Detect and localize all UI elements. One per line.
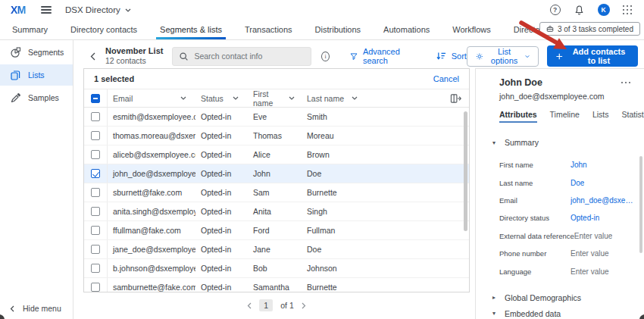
back-button[interactable] [90, 52, 95, 61]
column-settings-icon[interactable] [450, 93, 461, 104]
hide-menu-button[interactable]: Hide menu [10, 304, 61, 313]
tab-transactions[interactable]: Transactions [244, 20, 293, 39]
help-icon[interactable] [550, 5, 561, 15]
list-title-block: November List 12 contacts [105, 46, 163, 67]
cell-email: b.johnson@dsxemployee.... [108, 259, 195, 277]
table-scrollbar[interactable] [464, 111, 467, 231]
advanced-search-button[interactable]: Advanced search [350, 47, 413, 65]
directory-switcher[interactable]: DSX Directory [65, 5, 131, 14]
row-checkbox[interactable] [91, 283, 100, 292]
tab-segments-lists[interactable]: Segments & lists [159, 20, 223, 39]
table-row[interactable]: jane_doe@dsxemployee.... Opted-in Jane D… [84, 240, 469, 259]
attribute-value[interactable]: Opted-in [571, 214, 599, 222]
column-header-status[interactable]: Status [195, 89, 248, 107]
attribute-value[interactable]: John [571, 161, 587, 169]
app-switcher-icon[interactable] [623, 5, 633, 15]
tab-statistics[interactable]: Statistics [621, 110, 644, 123]
more-options-icon[interactable] [621, 80, 631, 86]
cell-first-name: Jane [248, 240, 302, 258]
row-checkbox[interactable] [91, 207, 100, 216]
hamburger-menu-icon[interactable] [41, 6, 52, 14]
section-embedded-data[interactable]: ▾ Embedded data [476, 309, 644, 318]
cell-status: Opted-in [195, 278, 248, 292]
cancel-selection-link[interactable]: Cancel [433, 74, 459, 83]
column-header-first-name[interactable]: First name [248, 89, 302, 107]
row-checkbox[interactable] [91, 112, 100, 121]
cell-status: Opted-in [195, 183, 248, 202]
search-icon [179, 52, 189, 61]
tab-automations[interactable]: Automations [383, 20, 430, 39]
avatar[interactable]: K [598, 4, 610, 16]
table-row[interactable]: anita.singh@dsxemployee... Opted-in Anit… [84, 202, 469, 221]
add-contacts-label: Add contacts to list [569, 47, 629, 65]
table-row[interactable]: thomas.moreau@dsxempl... Opted-in Thomas… [84, 127, 469, 145]
row-checkbox[interactable] [91, 188, 100, 197]
page-number[interactable]: 1 [259, 299, 273, 311]
sort-button[interactable]: Sort [436, 52, 467, 61]
sidebar-item-segments[interactable]: Segments [0, 42, 73, 63]
attribute-row: External data reference Enter value [499, 227, 633, 245]
attribute-value-placeholder[interactable]: Enter value [574, 232, 613, 240]
section-summary[interactable]: ▾ Summary [476, 138, 644, 147]
cell-first-name: Ford [248, 221, 302, 239]
cell-first-name: Samantha [248, 278, 302, 292]
info-icon[interactable] [321, 52, 330, 61]
samples-eyedropper-icon [10, 92, 21, 104]
tasks-completed-badge[interactable]: 3 of 3 tasks completed [539, 22, 640, 36]
row-checkbox[interactable] [91, 226, 100, 235]
xm-logo: XM [11, 4, 26, 16]
row-checkbox[interactable] [91, 150, 100, 159]
notifications-bell-icon[interactable] [574, 5, 585, 16]
tab-distributions[interactable]: Distributions [314, 20, 362, 39]
search-input[interactable] [194, 52, 305, 61]
sidebar-item-samples[interactable]: Samples [0, 87, 73, 108]
cell-email: jane_doe@dsxemployee.... [108, 240, 195, 258]
sidebar-item-label: Segments [28, 48, 64, 57]
add-contacts-to-list-button[interactable]: Add contacts to list [547, 45, 638, 67]
contact-detail-panel: John Doe john_doe@dsxemployee.com Attrib… [475, 68, 644, 319]
sidebar-item-lists[interactable]: Lists [0, 64, 73, 86]
attribute-value[interactable]: Doe [571, 179, 584, 187]
attribute-value-placeholder[interactable]: Enter value [571, 267, 609, 276]
cell-last-name: Burnette [302, 183, 469, 202]
table-row[interactable]: sburnett@fake.com Opted-in Sam Burnette [84, 183, 469, 202]
tab-attributes[interactable]: Attributes [499, 110, 537, 123]
column-header-last-name[interactable]: Last name [302, 89, 469, 107]
table-row[interactable]: samburnette@fake.com Opted-in Samantha B… [84, 278, 469, 292]
contact-count: 12 contacts [105, 56, 163, 66]
tab-workflows[interactable]: Workflows [452, 20, 492, 39]
table-row[interactable]: b.johnson@dsxemployee.... Opted-in Bob J… [84, 259, 469, 278]
pagination-next-icon[interactable] [302, 302, 306, 309]
tasks-badge-label: 3 of 3 tasks completed [558, 25, 633, 33]
section-global-demographics[interactable]: ▸ Global Demographics [476, 293, 644, 302]
tab-lists[interactable]: Lists [592, 110, 609, 123]
page-of-label: of 1 [280, 301, 294, 310]
list-options-button[interactable]: List options [467, 46, 539, 67]
cell-email: john_doe@dsxemployee.... [108, 164, 195, 183]
detail-panel-scrollbar[interactable] [639, 156, 642, 253]
row-checkbox-checked[interactable] [91, 169, 100, 178]
briefcase-icon [546, 25, 554, 33]
table-row-selected[interactable]: john_doe@dsxemployee.... Opted-in John D… [84, 164, 469, 183]
row-checkbox[interactable] [91, 264, 100, 273]
tab-timeline[interactable]: Timeline [550, 110, 580, 123]
sidebar-item-label: Samples [28, 93, 59, 102]
attribute-value-placeholder[interactable]: Enter value [571, 249, 609, 258]
search-box[interactable] [172, 47, 311, 66]
pagination-prev-icon[interactable] [247, 302, 252, 309]
row-checkbox[interactable] [91, 131, 100, 140]
directory-nav-tabs: Summary Directory contacts Segments & li… [0, 20, 644, 40]
table-row[interactable]: ffullman@fake.com Opted-in Ford Fullman [84, 221, 469, 240]
top-bar: XM DSX Directory K [0, 0, 644, 20]
tab-directory-contacts[interactable]: Directory contacts [70, 20, 138, 39]
table-row[interactable]: aliceb@dsxemployee.com Opted-in Alice Br… [84, 145, 469, 164]
select-all-checkbox[interactable] [91, 94, 100, 103]
chevron-down-icon [352, 96, 358, 100]
cell-last-name: Burnette [302, 278, 469, 292]
tab-summary[interactable]: Summary [11, 20, 48, 39]
attribute-value[interactable]: john_doe@dsxem... [571, 196, 633, 205]
row-checkbox[interactable] [91, 245, 100, 254]
column-header-email[interactable]: Email [108, 89, 195, 107]
table-row[interactable]: esmith@dsxemployee.com Opted-in Eve Smit… [84, 108, 469, 127]
sort-icon [436, 52, 446, 61]
